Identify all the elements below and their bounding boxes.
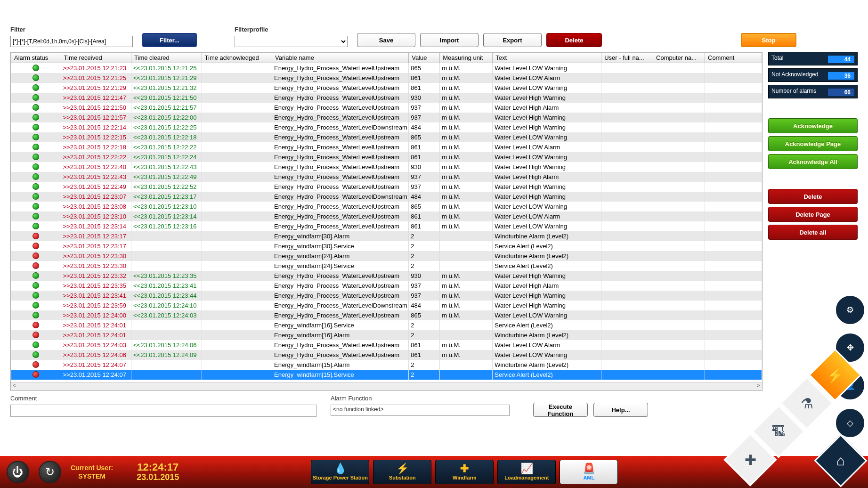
- nav-windfarm[interactable]: ✚Windfarm: [435, 460, 494, 484]
- table-row[interactable]: >>23.01.2015 12:23:10<<23.01.2015 12:23:…: [11, 211, 762, 221]
- status-dot-icon: [32, 94, 39, 101]
- column-header[interactable]: Text: [493, 53, 601, 63]
- table-row[interactable]: >>23.01.2015 12:22:49<<23.01.2015 12:22:…: [11, 182, 762, 192]
- stop-button[interactable]: Stop: [741, 33, 796, 47]
- table-row[interactable]: >>23.01.2015 12:23:08<<23.01.2015 12:23:…: [11, 202, 762, 211]
- table-row[interactable]: >>23.01.2015 12:23:30Energy_windfarm[24]…: [11, 251, 762, 261]
- filter-profile-select[interactable]: [235, 36, 348, 47]
- alarm-function-value: <no function linked>: [331, 405, 510, 416]
- table-row[interactable]: >>23.01.2015 12:21:23<<23.01.2015 12:21:…: [11, 63, 762, 73]
- table-row[interactable]: >>23.01.2015 12:23:17Energy_windfarm[30]…: [11, 231, 762, 241]
- variable-name: Energy_windfarm[16].Alarm: [274, 332, 349, 339]
- export-button[interactable]: Export: [483, 33, 542, 47]
- footer-nav: 💧Storage Power Station⚡Substation✚Windfa…: [311, 460, 618, 484]
- column-header[interactable]: Computer na...: [653, 53, 705, 63]
- time-cleared: <<23.01.2015 12:22:18: [133, 134, 196, 141]
- time-received: >>23.01.2015 12:23:35: [63, 282, 126, 289]
- column-header[interactable]: Alarm status: [11, 53, 61, 63]
- import-button[interactable]: Import: [420, 33, 479, 47]
- acknowledge-all-button[interactable]: Acknowledge All: [768, 154, 858, 169]
- execute-function-button[interactable]: Execute Function: [533, 403, 588, 417]
- table-row[interactable]: >>23.01.2015 12:23:32<<23.01.2015 12:23:…: [11, 271, 762, 281]
- column-header[interactable]: Time acknowledged: [202, 53, 272, 63]
- time-received: >>23.01.2015 12:24:06: [63, 351, 126, 358]
- acknowledge-button[interactable]: Acknowledge: [768, 118, 858, 133]
- nav-loadmanagement[interactable]: 📈Loadmanagement: [497, 460, 556, 484]
- alarm-text: Water Level LOW Warning: [495, 312, 567, 319]
- horizontal-scrollbar[interactable]: <>: [11, 382, 762, 390]
- table-row[interactable]: >>23.01.2015 12:23:14<<23.01.2015 12:23:…: [11, 221, 762, 231]
- measuring-unit: m ü.M.: [442, 183, 461, 190]
- table-row[interactable]: >>23.01.2015 12:22:22<<23.01.2015 12:22:…: [11, 152, 762, 162]
- table-row[interactable]: >>23.01.2015 12:21:47<<23.01.2015 12:21:…: [11, 93, 762, 103]
- delete-all-button[interactable]: Delete all: [768, 225, 858, 240]
- time-cleared: <<23.01.2015 12:22:22: [133, 144, 196, 151]
- power-icon[interactable]: ⏻: [7, 461, 29, 483]
- delete-page-button[interactable]: Delete Page: [768, 207, 858, 222]
- column-header[interactable]: Measuring unit: [440, 53, 493, 63]
- table-row[interactable]: >>23.01.2015 12:23:07<<23.01.2015 12:23:…: [11, 192, 762, 202]
- nav-substation[interactable]: ⚡Substation: [373, 460, 431, 484]
- table-row[interactable]: >>23.01.2015 12:24:01Energy_windfarm[16]…: [11, 320, 762, 330]
- time-received: >>23.01.2015 12:23:32: [63, 272, 126, 279]
- column-header[interactable]: Time received: [61, 53, 131, 63]
- filter-button[interactable]: Filter...: [142, 33, 197, 47]
- column-header[interactable]: User - full na...: [601, 53, 653, 63]
- value: 2: [411, 262, 414, 269]
- table-row[interactable]: >>23.01.2015 12:24:00<<23.01.2015 12:24:…: [11, 310, 762, 320]
- table-row[interactable]: >>23.01.2015 12:22:14<<23.01.2015 12:22:…: [11, 122, 762, 132]
- value: 861: [411, 154, 421, 161]
- table-row[interactable]: >>23.01.2015 12:22:18<<23.01.2015 12:22:…: [11, 142, 762, 152]
- table-row[interactable]: >>23.01.2015 12:23:35<<23.01.2015 12:23:…: [11, 281, 762, 291]
- filter-input[interactable]: [10, 36, 133, 47]
- table-row[interactable]: >>23.01.2015 12:24:06<<23.01.2015 12:24:…: [11, 350, 762, 360]
- table-row[interactable]: >>23.01.2015 12:23:41<<23.01.2015 12:23:…: [11, 291, 762, 301]
- table-row[interactable]: >>23.01.2015 12:23:59<<23.01.2015 12:24:…: [11, 301, 762, 310]
- table-row[interactable]: >>23.01.2015 12:24:03<<23.01.2015 12:24:…: [11, 340, 762, 350]
- measuring-unit: m ü.M.: [442, 134, 461, 141]
- delete-button[interactable]: Delete: [768, 189, 858, 204]
- time-cleared: <<23.01.2015 12:22:00: [133, 114, 196, 121]
- table-row[interactable]: >>23.01.2015 12:24:01Energy_windfarm[16]…: [11, 330, 762, 340]
- alarm-text: Water Level LOW Warning: [495, 134, 567, 141]
- table-row[interactable]: >>23.01.2015 12:22:15<<23.01.2015 12:22:…: [11, 132, 762, 142]
- acknowledge-page-button[interactable]: Acknowledge Page: [768, 136, 858, 151]
- comment-input[interactable]: [10, 405, 316, 417]
- table-row[interactable]: >>23.01.2015 12:23:17Energy_windfarm[30]…: [11, 241, 762, 251]
- status-dot-icon: [32, 163, 39, 170]
- column-header[interactable]: Comment: [705, 53, 762, 63]
- time-received: >>23.01.2015 12:22:18: [63, 144, 126, 151]
- delete-profile-button[interactable]: Delete: [546, 33, 602, 47]
- column-header[interactable]: Value: [409, 53, 440, 63]
- table-row[interactable]: >>23.01.2015 12:22:40<<23.01.2015 12:22:…: [11, 162, 762, 172]
- main-area: Alarm statusTime receivedTime clearedTim…: [0, 52, 868, 391]
- column-header[interactable]: Time cleared: [131, 53, 202, 63]
- save-button[interactable]: Save: [357, 33, 415, 47]
- value: 2: [411, 322, 414, 329]
- help-button[interactable]: Help...: [593, 403, 648, 417]
- nav-icon: ⚡: [396, 464, 409, 474]
- table-row[interactable]: >>23.01.2015 12:21:29<<23.01.2015 12:21:…: [11, 83, 762, 93]
- table-row[interactable]: >>23.01.2015 12:21:57<<23.01.2015 12:22:…: [11, 113, 762, 122]
- table-row[interactable]: >>23.01.2015 12:24:07Energy_windfarm[15]…: [11, 370, 762, 380]
- variable-name: Energy_windfarm[15].Alarm: [274, 361, 349, 368]
- alarm-grid-wrapper: Alarm statusTime receivedTime clearedTim…: [10, 52, 763, 391]
- alarm-text: Water Level High Warning: [495, 302, 566, 309]
- value: 930: [411, 94, 421, 101]
- table-row[interactable]: >>23.01.2015 12:21:50<<23.01.2015 12:21:…: [11, 103, 762, 113]
- table-row[interactable]: >>23.01.2015 12:22:43<<23.01.2015 12:22:…: [11, 172, 762, 182]
- time-cleared: <<23.01.2015 12:24:03: [133, 312, 196, 319]
- variable-name: Energy_Hydro_Process_WaterLevelUpstream: [274, 163, 399, 171]
- table-row[interactable]: >>23.01.2015 12:24:07Energy_windfarm[15]…: [11, 360, 762, 370]
- table-row[interactable]: >>23.01.2015 12:23:30Energy_windfarm[24]…: [11, 261, 762, 271]
- column-header[interactable]: Variable name: [272, 53, 409, 63]
- total-value: 44: [828, 56, 854, 63]
- nav-aml[interactable]: 🚨AML: [560, 460, 618, 484]
- alarm-grid-scroll[interactable]: Alarm statusTime receivedTime clearedTim…: [11, 52, 762, 382]
- time-received: >>23.01.2015 12:23:41: [63, 292, 126, 299]
- nav-storage-power-station[interactable]: 💧Storage Power Station: [311, 460, 369, 484]
- refresh-icon[interactable]: ↻: [39, 461, 61, 483]
- table-row[interactable]: >>23.01.2015 12:21:25<<23.01.2015 12:21:…: [11, 73, 762, 83]
- value: 937: [411, 114, 421, 121]
- alarm-text: Water Level LOW Alarm: [495, 213, 560, 220]
